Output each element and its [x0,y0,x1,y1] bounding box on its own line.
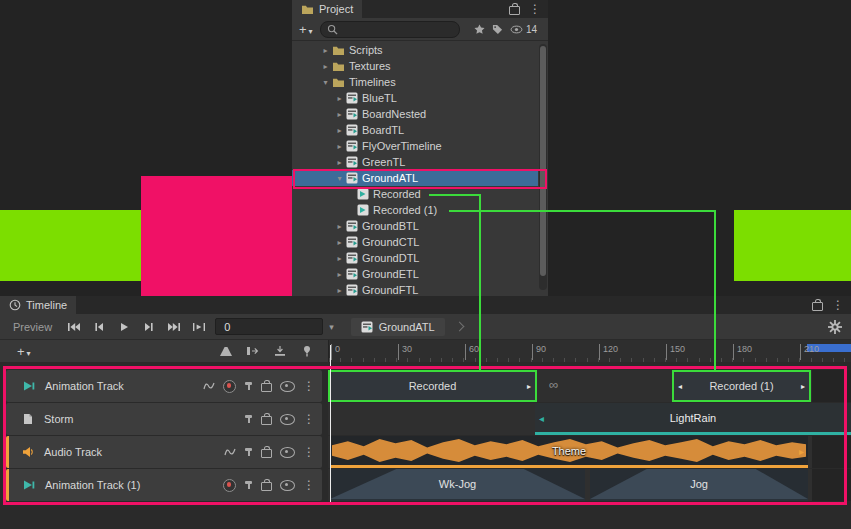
replace-mode-button[interactable] [273,345,287,357]
clip-edge-arrow-icon[interactable]: ▸ [801,382,805,391]
record-button[interactable] [223,380,236,393]
clip-jog[interactable]: Jog [590,469,808,501]
tree-item-recorded[interactable]: Recorded [292,186,538,202]
search-by-type-icon[interactable] [474,24,485,35]
curves-icon[interactable] [203,381,215,391]
time-ruler[interactable]: 0 30 60 90 120 150 180 210 [328,340,851,362]
playhead[interactable] [330,345,331,503]
expander-icon[interactable]: ▸ [320,46,331,55]
expander-icon[interactable]: ▾ [320,78,331,87]
track-lane[interactable]: Theme ▸ [328,436,851,468]
kebab-menu-icon[interactable]: ⋮ [529,3,541,15]
expander-icon[interactable]: ▸ [334,238,345,247]
track-options-icon[interactable]: ⋮ [303,413,315,425]
pin-icon[interactable] [244,481,253,490]
lock-icon[interactable] [261,449,272,458]
frame-field[interactable] [215,318,323,335]
tree-item-boardtl[interactable]: ▸BoardTL [292,122,538,138]
tree-item-boardnested[interactable]: ▸BoardNested [292,106,538,122]
tree-item-groundatl-selected[interactable]: ▾GroundATL [292,170,538,186]
tree-item-timelines[interactable]: ▾Timelines [292,74,538,90]
eye-icon[interactable] [280,480,295,491]
clip-theme[interactable]: Theme ▸ [330,436,808,468]
track-lane[interactable]: Wk-Jog Jog [328,469,851,501]
create-asset-button[interactable]: +▾ [299,22,313,37]
project-search-box[interactable] [320,21,460,38]
lock-icon[interactable] [261,383,272,392]
tree-item-groundbtl[interactable]: ▸GroundBTL [292,218,538,234]
tree-item-greentl[interactable]: ▸GreenTL [292,154,538,170]
track-options-icon[interactable]: ⋮ [303,479,315,491]
expander-icon[interactable]: ▸ [334,94,345,103]
expander-icon[interactable]: ▸ [320,62,331,71]
goto-end-button[interactable] [167,322,181,332]
expander-icon[interactable]: ▸ [334,142,345,151]
clip-recorded[interactable]: Recorded ▸ [328,370,537,402]
add-track-button[interactable]: +▾ [17,344,31,359]
tree-item-bluetl[interactable]: ▸BlueTL [292,90,538,106]
track-options-icon[interactable]: ⋮ [303,446,315,458]
record-button[interactable] [223,479,236,492]
search-by-label-icon[interactable] [492,24,503,35]
eye-icon[interactable] [280,447,295,458]
tree-item-flyovertimeline[interactable]: ▸FlyOverTimeline [292,138,538,154]
expander-icon[interactable]: ▸ [334,254,345,263]
frame-dropdown-caret-icon[interactable]: ▾ [329,322,334,332]
tree-item-textures[interactable]: ▸Textures [292,58,538,74]
clip-edge-arrow-icon[interactable]: ◂ [539,412,544,423]
mix-mode-button[interactable] [219,345,233,357]
clip-recorded-1[interactable]: ◂ Recorded (1) ▸ [672,370,811,402]
expander-icon[interactable]: ▸ [334,270,345,279]
kebab-menu-icon[interactable]: ⋮ [832,299,844,311]
breadcrumb[interactable]: GroundATL [351,318,445,336]
expander-icon[interactable]: ▸ [334,158,345,167]
pin-icon[interactable] [244,448,253,457]
lock-icon[interactable] [261,416,272,425]
hidden-count-toggle[interactable]: 14 [510,24,537,35]
project-scrollbar[interactable] [539,44,547,290]
eye-icon[interactable] [280,381,295,392]
expander-icon[interactable]: ▸ [334,126,345,135]
track-header-animation[interactable]: Animation Track ⋮ [6,370,322,402]
track-options-icon[interactable]: ⋮ [303,380,315,392]
pin-icon[interactable] [244,382,253,391]
next-frame-button[interactable] [142,322,156,332]
timeline-settings-button[interactable] [828,320,842,334]
curves-icon[interactable] [224,447,236,457]
lock-icon[interactable] [261,482,272,491]
pin-icon[interactable] [244,415,253,424]
expander-icon[interactable]: ▸ [334,222,345,231]
track-header-animation-1[interactable]: Animation Track (1) ⋮ [6,469,322,501]
tab-project[interactable]: Project [292,0,362,18]
tree-item-groundetl[interactable]: ▸GroundETL [292,266,538,282]
expander-icon[interactable]: ▾ [334,174,345,183]
lock-icon[interactable] [812,302,823,311]
tree-item-groundftl[interactable]: ▸GroundFTL [292,282,538,296]
previous-frame-button[interactable] [92,322,106,332]
expander-icon[interactable]: ▸ [334,110,345,119]
preview-button[interactable]: Preview [9,320,56,334]
play-range-button[interactable] [192,322,206,332]
clip-lightrain[interactable]: ◂ LightRain [535,403,851,435]
play-button[interactable] [117,322,131,332]
ripple-mode-button[interactable] [246,345,260,357]
tree-item-recorded-1[interactable]: Recorded (1) [292,202,538,218]
clip-edge-arrow-icon[interactable]: ▸ [527,382,531,391]
track-header-storm[interactable]: Storm ⋮ [6,403,322,435]
clip-edge-arrow-icon[interactable]: ◂ [678,382,682,391]
clip-wk-jog[interactable]: Wk-Jog [330,469,585,501]
marker-track-toggle[interactable] [300,345,314,357]
lock-icon[interactable] [509,6,520,15]
scrollbar-thumb[interactable] [540,46,546,276]
expander-icon[interactable]: ▸ [334,286,345,295]
frame-input[interactable] [222,320,316,334]
tree-item-scripts[interactable]: ▸Scripts [292,42,538,58]
clip-edge-arrow-icon[interactable]: ▸ [799,445,804,456]
search-input[interactable] [342,23,453,36]
track-lane[interactable]: Recorded ▸ ∞ ◂ Recorded (1) ▸ [328,370,851,402]
tree-item-grounddtl[interactable]: ▸GroundDTL [292,250,538,266]
tab-timeline[interactable]: Timeline [0,296,76,314]
goto-start-button[interactable] [67,322,81,332]
eye-icon[interactable] [280,414,295,425]
tree-item-groundctl[interactable]: ▸GroundCTL [292,234,538,250]
